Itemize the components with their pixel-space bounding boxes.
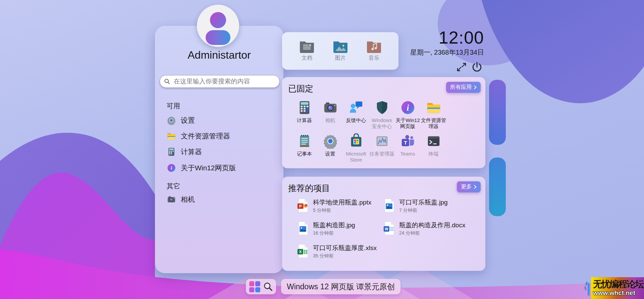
search-input[interactable] (173, 77, 275, 85)
recent-file-xlsx[interactable]: X 可口可乐瓶盖厚度.xlsx 35 分钟前 (297, 244, 381, 259)
avatar[interactable] (197, 5, 239, 47)
pinned-app-settings[interactable]: 设置 (317, 133, 343, 163)
pinned-app-label: Windows 安全中心 (369, 117, 395, 129)
menu-item-label: 计算器 (181, 147, 202, 157)
folder-label: 图片 (335, 55, 346, 62)
folder-music[interactable]: 音乐 (359, 40, 389, 62)
recent-file-name: 可口可乐瓶盖厚度.xlsx (313, 244, 377, 252)
menu-item-settings[interactable]: 设置 (163, 113, 274, 128)
menu-item-label: 设置 (181, 116, 195, 125)
recent-file-jpg2[interactable]: 瓶盖构造图.jpg 16 分钟前 (297, 221, 381, 236)
menu-item-file-explorer[interactable]: 文件资源管理器 (163, 128, 274, 144)
pinned-app-label: 相机 (325, 117, 335, 123)
gear-icon (167, 116, 176, 125)
pinned-app-task-manager[interactable]: 任务管理器 (369, 133, 395, 163)
pinned-app-label: Microsoft Store (343, 151, 369, 163)
folder-label: 文档 (302, 55, 312, 62)
quick-folders-panel: 文档 图片 音乐 (282, 32, 398, 70)
power-icon (471, 61, 483, 73)
gear-icon (323, 133, 338, 149)
svg-text:W: W (385, 227, 388, 231)
pinned-app-feedback-hub[interactable]: 反馈中心 (343, 100, 369, 129)
recommended-title: 推荐的项目 (288, 183, 330, 194)
more-label: 更多 (461, 183, 472, 190)
folder-pictures[interactable]: 图片 (325, 40, 356, 62)
svg-text:i: i (407, 103, 409, 112)
calculator-icon (297, 100, 312, 115)
folder-icon (167, 131, 176, 141)
calculator-icon (167, 147, 176, 157)
clock-time: 12:00 (439, 27, 484, 48)
watermark: 无忧编程论坛 www.whct.net (591, 277, 644, 299)
pinned-app-windows-security[interactable]: Windows 安全中心 (369, 100, 395, 129)
search-icon (164, 78, 170, 85)
menu-item-label: 相机 (181, 195, 195, 204)
chevron-right-icon (474, 85, 477, 89)
folder-documents[interactable]: 文档 (291, 40, 322, 62)
pinned-app-camera[interactable]: 相机 (317, 100, 343, 129)
pinned-app-about-win12[interactable]: i 关于Win12网页版 (395, 100, 421, 129)
recent-file-time: 7 分钟前 (399, 207, 448, 214)
pinned-app-label: 反馈中心 (346, 117, 366, 123)
pinned-app-notepad[interactable]: 记事本 (291, 133, 317, 163)
desktop-windows-logo (489, 80, 506, 216)
menu-item-calculator[interactable]: 计算器 (163, 144, 274, 160)
menu-item-about-win12[interactable]: i 关于Win12网页版 (163, 160, 274, 176)
svg-text:P: P (299, 204, 302, 208)
pinned-app-label: 终端 (429, 151, 439, 157)
recent-file-name: 科学地使用瓶盖.pptx (313, 198, 371, 206)
task-manager-icon (374, 133, 390, 149)
section-title-available: 可用 (167, 102, 234, 111)
recommended-panel: 推荐的项目 更多 P 科学地使用瓶盖.pptx 5 分钟前 (282, 177, 485, 271)
documents-folder-icon (299, 40, 315, 53)
recent-file-docx[interactable]: W 瓶盖的构造及作用.docx 24 分钟前 (383, 221, 467, 236)
teams-icon: T (400, 133, 416, 149)
avatar-head (210, 12, 226, 28)
taskbar-search-icon[interactable] (263, 282, 273, 292)
svg-text:X: X (299, 249, 302, 254)
clock-date: 星期一, 2368年13月34日 (410, 48, 484, 57)
word-file-icon: W (383, 221, 395, 236)
recent-file-pptx[interactable]: P 科学地使用瓶盖.pptx 5 分钟前 (297, 198, 381, 214)
section-title-other: 其它 (167, 182, 234, 191)
feedback-hub-icon (348, 100, 364, 115)
pinned-title: 已固定 (288, 83, 313, 94)
windows-security-icon (374, 100, 390, 115)
folder-label: 音乐 (369, 55, 379, 62)
image-file-icon (383, 198, 395, 213)
pinned-app-terminal[interactable]: 终端 (421, 133, 446, 163)
search-box[interactable] (160, 75, 280, 88)
desktop: Administartor 可用 设置 文件资源管理器 (0, 0, 644, 299)
recent-file-time: 24 分钟前 (399, 230, 465, 236)
all-apps-label: 所有应用 (450, 84, 472, 91)
menu-item-label: 文件资源管理器 (181, 131, 230, 141)
pictures-folder-icon (333, 40, 348, 53)
recent-file-name: 瓶盖构造图.jpg (313, 221, 355, 229)
watermark-site-url: www.whct.net (593, 289, 643, 297)
pinned-panel: 已固定 所有应用 计算器 (282, 77, 485, 168)
power-button[interactable] (471, 61, 483, 73)
pinned-app-label: 任务管理器 (369, 151, 394, 157)
menu-item-camera[interactable]: 相机 (163, 192, 274, 207)
pinned-app-label: Teams (400, 151, 415, 157)
pinned-app-file-explorer[interactable]: 文件资源管理器 (421, 100, 446, 129)
pinned-app-microsoft-store[interactable]: Microsoft Store (343, 133, 369, 163)
all-apps-button[interactable]: 所有应用 (446, 82, 481, 93)
start-button[interactable] (246, 279, 276, 294)
username: Administartor (155, 49, 283, 61)
pinned-app-label: 记事本 (297, 151, 312, 157)
expand-icon (456, 62, 467, 72)
recent-file-time: 5 分钟前 (313, 207, 371, 214)
chevron-right-icon (474, 185, 477, 189)
store-icon (348, 133, 364, 149)
pinned-app-teams[interactable]: T Teams (395, 133, 421, 163)
pinned-app-calculator[interactable]: 计算器 (291, 100, 317, 129)
recent-file-jpg[interactable]: 可口可乐瓶盖.jpg 7 分钟前 (383, 198, 467, 214)
expand-button[interactable] (456, 62, 467, 72)
watermark-site-name: 无忧编程论坛 (593, 280, 643, 289)
more-button[interactable]: 更多 (457, 181, 481, 192)
pinned-app-label: 计算器 (297, 117, 312, 123)
menu-item-label: 关于Win12网页版 (181, 163, 236, 173)
avatar-body (206, 30, 230, 45)
svg-text:T: T (404, 140, 407, 145)
